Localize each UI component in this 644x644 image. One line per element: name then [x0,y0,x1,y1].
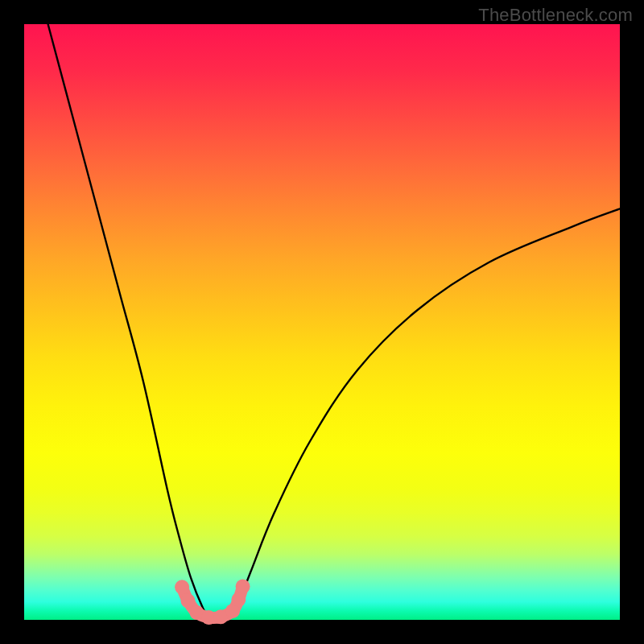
bottleneck-curve [48,24,620,619]
bottleneck-curve-path [48,24,620,619]
marker-dot [181,593,196,608]
marker-band [175,580,250,625]
curve-svg [24,24,620,620]
marker-dot [175,580,189,594]
watermark-text: TheBottleneck.com [478,5,633,26]
plot-area [24,24,620,620]
marker-dot [231,592,246,607]
chart-frame: TheBottleneck.com [0,0,644,644]
marker-dot [236,580,250,594]
